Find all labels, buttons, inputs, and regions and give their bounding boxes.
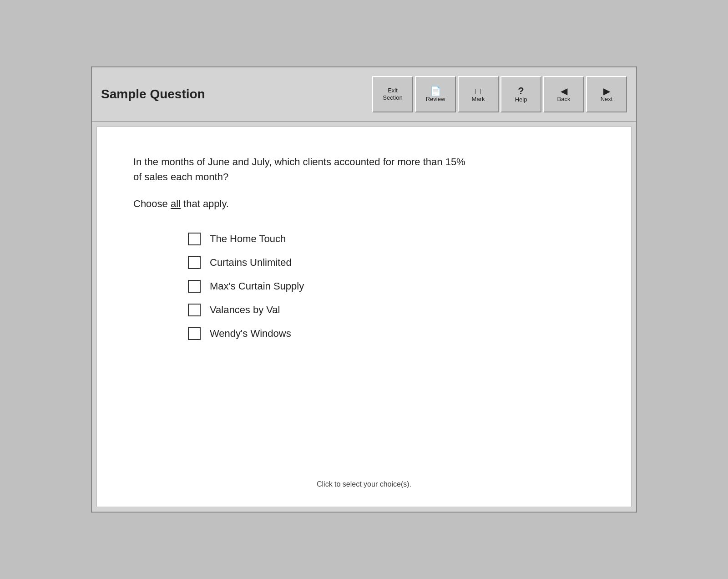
header: Sample Question ExitSection 📄 Review □ M… <box>92 67 636 122</box>
back-button[interactable]: ◀ Back <box>543 76 584 112</box>
footer-hint: Click to select your choice(s). <box>133 471 595 488</box>
help-button[interactable]: ? Help <box>500 76 541 112</box>
back-icon: ◀ <box>561 86 567 96</box>
toolbar: ExitSection 📄 Review □ Mark ? Help ◀ Bac… <box>372 76 627 112</box>
choice-item-curtains-unlimited[interactable]: Curtains Unlimited <box>188 256 595 269</box>
choice-item-wendys-windows[interactable]: Wendy's Windows <box>188 327 595 340</box>
next-button[interactable]: ▶ Next <box>586 76 627 112</box>
mark-label: Mark <box>472 96 485 103</box>
review-button[interactable]: 📄 Review <box>415 76 456 112</box>
checkbox-wendys-windows[interactable] <box>188 327 201 340</box>
checkbox-maxs-curtain[interactable] <box>188 280 201 293</box>
help-label: Help <box>515 96 527 103</box>
choice-label-home-touch: The Home Touch <box>210 233 286 245</box>
choice-label-maxs-curtain: Max's Curtain Supply <box>210 280 304 292</box>
choice-label-curtains-unlimited: Curtains Unlimited <box>210 257 292 269</box>
next-icon: ▶ <box>603 86 610 96</box>
help-icon: ? <box>518 86 524 96</box>
instruction-emphasis: all <box>171 198 181 209</box>
review-icon: 📄 <box>430 86 441 96</box>
checkbox-home-touch[interactable] <box>188 233 201 245</box>
choice-label-valances: Valances by Val <box>210 304 280 316</box>
footer-hint-text: Click to select your choice(s). <box>317 480 411 488</box>
question-text: In the months of June and July, which cl… <box>133 154 475 184</box>
content-area: In the months of June and July, which cl… <box>96 127 632 507</box>
checkbox-curtains-unlimited[interactable] <box>188 256 201 269</box>
review-label: Review <box>426 96 445 103</box>
choice-label-wendys-windows: Wendy's Windows <box>210 328 291 340</box>
instruction-text: Choose all that apply. <box>133 198 595 210</box>
exit-section-button[interactable]: ExitSection <box>372 76 413 112</box>
next-label: Next <box>601 96 613 103</box>
exam-frame: Sample Question ExitSection 📄 Review □ M… <box>91 66 637 513</box>
choice-item-maxs-curtain[interactable]: Max's Curtain Supply <box>188 280 595 293</box>
choice-item-valances[interactable]: Valances by Val <box>188 304 595 316</box>
choice-item-home-touch[interactable]: The Home Touch <box>188 233 595 245</box>
checkbox-valances[interactable] <box>188 304 201 316</box>
choices-list: The Home Touch Curtains Unlimited Max's … <box>188 233 595 340</box>
instruction-suffix: that apply. <box>181 198 229 209</box>
back-label: Back <box>557 96 571 103</box>
exit-section-label: ExitSection <box>383 87 402 101</box>
page-title: Sample Question <box>101 87 372 102</box>
mark-icon: □ <box>475 86 481 96</box>
instruction-prefix: Choose <box>133 198 171 209</box>
mark-button[interactable]: □ Mark <box>458 76 499 112</box>
